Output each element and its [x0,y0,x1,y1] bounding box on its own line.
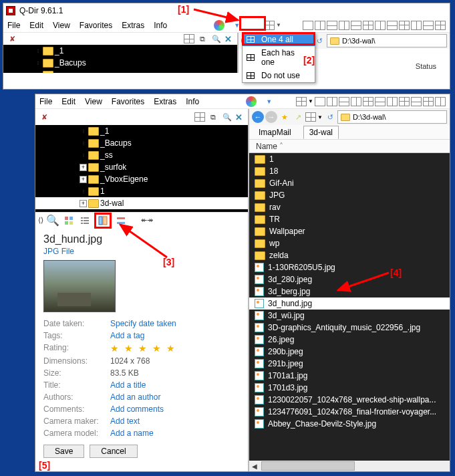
crumb-3dwal[interactable]: 3d-wal [303,126,339,139]
close-pane-icon[interactable]: ✕ [224,34,235,44]
file-row[interactable]: 3d_hund.jpg [249,298,450,310]
tree-row[interactable]: ⋮_ss [35,149,248,161]
file-list[interactable]: 118Gif-AniJPGravTRWallpaperwpzelda1-130R… [249,153,450,471]
layout-1-icon[interactable] [303,21,313,30]
layout-icon[interactable] [363,97,373,106]
layout-6-icon[interactable] [387,21,398,30]
menu-info[interactable]: Info [186,97,199,106]
folder-tree-bottom[interactable]: ⋮_1⋮_Bacups⋮_ss+_surfok+_VboxEigene⋮1+3d… [35,125,248,212]
layout-4b-icon[interactable] [363,21,373,30]
file-row[interactable]: 3d_berg.jpg [249,285,450,298]
layout-icon[interactable] [327,97,337,106]
file-row[interactable]: JPG [249,189,450,201]
copy-icon[interactable]: ⧉ [207,111,219,123]
menu-edit[interactable]: Edit [29,21,43,30]
close-pane-icon[interactable]: ✕ [235,112,245,122]
star-icon[interactable]: ★ [279,111,291,123]
menu-extras[interactable]: Extras [122,21,144,30]
layout-7-icon[interactable] [399,21,410,30]
layout-10-icon[interactable] [435,21,446,30]
refresh-icon[interactable]: ↻ [324,111,336,123]
forward-arrow-icon[interactable]: → [265,111,277,123]
zoom-icon[interactable]: 🔍 [46,215,59,227]
file-row[interactable]: Gif-Ani [249,177,450,189]
tree-row[interactable]: ⋮_1 [35,125,248,137]
tree-row[interactable]: +_surfok [35,161,248,173]
globe-icon[interactable] [214,20,224,31]
file-row[interactable]: TR [249,213,450,225]
file-row[interactable]: zelda [249,249,450,261]
menu-info[interactable]: Info [154,21,167,30]
save-button[interactable]: Save [43,445,84,458]
titlebar[interactable]: Q-Dir 9.61.1 [3,3,450,18]
expand-icon[interactable]: + [80,200,87,207]
file-row[interactable]: Wallpaper [249,225,450,237]
menu-view[interactable]: View [85,97,102,106]
collapse-icon[interactable]: ⟨⟩ [38,216,43,225]
tree-row[interactable]: +3d-wal [35,197,248,209]
layout-icon[interactable] [375,97,386,106]
hammer-icon[interactable]: ✘ [38,111,50,123]
layout-4-icon[interactable] [264,21,275,30]
file-row[interactable]: 1701d3.jpg [249,382,450,394]
file-row[interactable]: 18 [249,165,450,177]
list-icon[interactable] [78,215,92,227]
file-row[interactable]: 3d_280.jpeg [249,273,450,285]
file-row[interactable]: 26.jpeg [249,334,450,346]
file-row[interactable]: 1234776091_1024x768_final-frontier-voyag… [249,406,450,418]
globe-icon[interactable] [246,96,257,107]
file-row[interactable]: 291b.jpeg [249,358,450,370]
expand-icon[interactable]: + [80,164,87,171]
layout-icon[interactable] [399,97,410,106]
chevron-down-icon[interactable]: ▼ [276,22,281,28]
tree-row[interactable]: +_VboxEigene [35,173,248,185]
address-input[interactable]: D:\3d-wal\ [337,110,447,124]
file-row[interactable]: 3d_wü.jpg [249,310,450,322]
grid-icon[interactable] [305,112,316,122]
layout-9-icon[interactable] [423,21,434,30]
file-row[interactable]: Abbey_Chase-Devilz-Style.jpg [249,418,450,430]
cancel-button[interactable]: Cancel [90,445,137,458]
layout-mini-icon[interactable] [194,112,205,122]
search-icon[interactable]: 🔍 [210,33,222,45]
address-input[interactable]: D:\3d-wal\ [327,34,447,47]
tree-row[interactable]: ⋮_Bacups [35,137,248,149]
layout-icon[interactable] [315,97,325,106]
file-row[interactable]: 3D-graphics_Antiquity_music_022956_.jpg [249,322,450,334]
layout-icon[interactable] [423,97,434,106]
horizontal-scrollbar[interactable]: ◀ [249,461,450,471]
layout-icon[interactable] [387,97,398,106]
menu-favorites[interactable]: Favorites [112,97,144,106]
menu-extras[interactable]: Extras [154,97,176,106]
layout-icon[interactable] [411,97,422,106]
settings-icon[interactable] [114,215,128,227]
file-row[interactable]: 1 [249,153,450,165]
rating-stars[interactable]: ★ ★ ★ ★ ★ [110,343,240,354]
layout-icon[interactable] [435,97,446,106]
file-row[interactable]: 1-130R6205U5.jpg [249,261,450,273]
hammer-icon[interactable]: ✘ [6,33,18,45]
dropdown-item-one4all[interactable]: One 4 all [243,33,315,46]
dropdown-item-each[interactable]: Each has one [243,46,315,69]
menu-file[interactable]: File [7,21,20,30]
dropdown-item-none[interactable]: Do not use [243,69,315,82]
copy-icon[interactable]: ⧉ [196,33,208,45]
file-row[interactable]: rav [249,201,450,213]
chevron-down-icon[interactable]: ▼ [234,22,240,29]
menu-edit[interactable]: Edit [61,97,75,106]
back-arrow-icon[interactable]: ← [252,111,264,123]
layout-2v-icon[interactable] [315,21,325,30]
wand-icon[interactable]: ↗ [292,111,304,123]
search-icon[interactable]: 🔍 [221,111,233,123]
expand-icon[interactable]: + [80,176,87,183]
crumb-imapmail[interactable]: ImapMail [253,126,297,138]
layout-mini-icon[interactable] [184,34,194,43]
column-name[interactable]: Name [256,142,283,151]
menu-favorites[interactable]: Favorites [80,21,112,30]
file-row[interactable]: 290b.jpeg [249,346,450,358]
thumbs-icon[interactable] [62,215,75,227]
expand-icon[interactable]: ↞↠ [141,216,153,225]
layout-3a-icon[interactable] [339,21,349,30]
layout-icon[interactable] [339,97,349,106]
details-pane-icon[interactable] [94,213,112,229]
